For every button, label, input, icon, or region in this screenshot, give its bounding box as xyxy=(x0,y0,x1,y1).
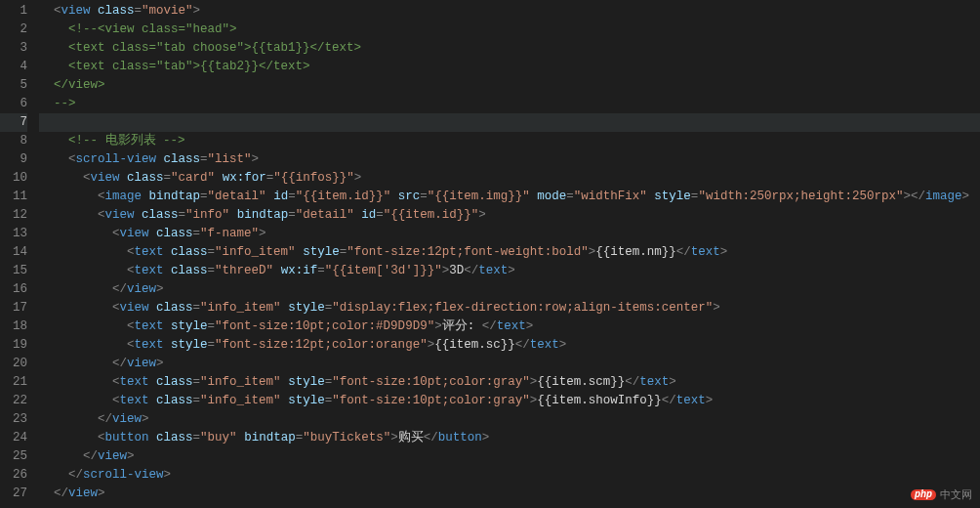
token-br: > xyxy=(508,264,515,277)
line-number: 14 xyxy=(0,243,27,262)
code-editor[interactable]: 1234567891011121314151617181920212223242… xyxy=(0,0,980,508)
code-line[interactable]: <view class="info_item" style="display:f… xyxy=(39,299,980,318)
token-br: > xyxy=(478,208,486,222)
code-area[interactable]: <view class="movie"> <!--<view class="he… xyxy=(39,0,980,508)
token-tag: text xyxy=(120,375,149,389)
token-str: "buyTickets" xyxy=(303,431,390,444)
token-str: "f-name" xyxy=(200,227,259,240)
token-br: = xyxy=(135,4,143,18)
token-txt: {{item.sc}} xyxy=(434,338,515,352)
code-line[interactable]: <text style="font-size:10pt;color:#D9D9D… xyxy=(39,318,980,336)
token-br: > xyxy=(669,375,676,389)
line-number: 13 xyxy=(0,225,27,243)
token-txt: 评分: xyxy=(442,319,482,333)
code-line[interactable]: <text style="font-size:12pt;color:orange… xyxy=(39,336,980,355)
token-br: </ xyxy=(83,449,98,463)
token-str: "info_item" xyxy=(200,394,281,407)
line-number: 25 xyxy=(0,447,27,466)
code-line[interactable]: <!-- 电影列表 --> xyxy=(39,132,980,150)
code-line[interactable]: </view> xyxy=(39,485,980,503)
token-br: > xyxy=(434,319,442,333)
code-line[interactable]: </view> xyxy=(39,410,980,429)
token-cmt: <text class="tab">{{tab2}}</text> xyxy=(68,60,310,73)
token-br: < xyxy=(98,208,105,222)
code-line[interactable]: <text class="threeD" wx:if="{{item['3d']… xyxy=(39,262,980,280)
token-br: = xyxy=(193,394,201,407)
token-br: < xyxy=(127,264,135,277)
code-line[interactable] xyxy=(39,113,980,132)
token-br: < xyxy=(112,301,120,315)
code-line[interactable]: <button class="buy" bindtap="buyTickets"… xyxy=(39,429,980,447)
token-br: </ xyxy=(464,264,478,277)
code-line[interactable]: <text class="info_item" style="font-size… xyxy=(39,243,980,262)
token-tag: text xyxy=(478,264,508,277)
code-line[interactable]: </view> xyxy=(39,447,980,466)
code-line[interactable]: <view class="f-name"> xyxy=(39,225,980,243)
token-txt xyxy=(164,338,172,352)
code-line[interactable]: </view> xyxy=(39,355,980,373)
token-str: "font-size:10pt;color:#D9D9D9" xyxy=(215,319,434,333)
token-tag: text xyxy=(135,245,164,259)
code-line[interactable]: <view class="movie"> xyxy=(39,2,980,21)
token-br: = xyxy=(317,264,325,277)
token-cmt: <!-- 电影列表 --> xyxy=(68,134,185,148)
code-line[interactable]: </scroll-view> xyxy=(39,466,980,485)
line-number: 23 xyxy=(0,410,27,429)
code-line[interactable]: --> xyxy=(39,95,980,113)
token-str: "display:flex;flex-direction:row;align-i… xyxy=(332,301,713,315)
token-br: = xyxy=(193,431,201,444)
token-attr: class xyxy=(171,245,208,259)
line-number: 15 xyxy=(0,262,27,280)
line-number: 6 xyxy=(0,95,27,113)
code-line[interactable]: </view> xyxy=(39,76,980,95)
token-tag: view xyxy=(61,4,91,18)
token-attr: class xyxy=(171,264,208,277)
watermark: php 中文网 xyxy=(911,487,972,502)
code-line[interactable]: <view class="card" wx:for="{{infos}}"> xyxy=(39,169,980,188)
token-br: > xyxy=(142,412,149,426)
token-br: < xyxy=(112,227,120,240)
code-line[interactable]: <view class="info" bindtap="detail" id="… xyxy=(39,206,980,225)
code-line[interactable]: <text class="info_item" style="font-size… xyxy=(39,392,980,410)
token-br: </ xyxy=(68,468,83,482)
token-str: "{{item.img}}" xyxy=(428,190,530,203)
token-txt xyxy=(149,375,157,389)
token-attr: class xyxy=(156,227,193,240)
line-number: 19 xyxy=(0,336,27,355)
token-br: < xyxy=(54,4,61,18)
code-line[interactable]: <!--<view class="head"> xyxy=(39,21,980,39)
token-br: > xyxy=(354,171,362,185)
token-attr: class xyxy=(98,4,135,18)
token-tag: scroll-view xyxy=(76,152,157,166)
token-str: "{{item.id}}" xyxy=(296,190,391,203)
token-str: "{{infos}}" xyxy=(273,171,354,185)
code-line[interactable]: <text class="tab choose">{{tab1}}</text> xyxy=(39,39,980,58)
line-number: 9 xyxy=(0,150,27,169)
token-tag: view xyxy=(68,487,98,500)
token-br: </ xyxy=(54,487,68,500)
token-br: > xyxy=(706,394,714,407)
token-br: = xyxy=(200,152,208,166)
line-number: 5 xyxy=(0,76,27,95)
token-txt xyxy=(229,208,237,222)
token-tag: view xyxy=(105,208,135,222)
code-line[interactable]: <text class="info_item" style="font-size… xyxy=(39,373,980,392)
line-number: 18 xyxy=(0,318,27,336)
token-br: ></ xyxy=(903,190,925,203)
token-str: "info_item" xyxy=(200,301,281,315)
code-line[interactable]: <image bindtap="detail" id="{{item.id}}"… xyxy=(39,188,980,206)
code-line[interactable]: </view> xyxy=(39,280,980,299)
code-line[interactable]: <text class="tab">{{tab2}}</text> xyxy=(39,58,980,76)
token-br: > xyxy=(156,357,164,370)
token-tag: view xyxy=(127,357,156,370)
token-txt xyxy=(390,190,398,203)
token-attr: class xyxy=(156,431,193,444)
token-cmt: --> xyxy=(54,97,76,110)
token-str: "threeD" xyxy=(215,264,273,277)
code-line[interactable]: <scroll-view class="list"> xyxy=(39,150,980,169)
token-txt: {{item.showInfo}} xyxy=(537,394,662,407)
token-attr: style xyxy=(288,375,325,389)
token-br: > xyxy=(252,152,260,166)
token-br: </ xyxy=(515,338,530,352)
token-br: = xyxy=(376,208,384,222)
